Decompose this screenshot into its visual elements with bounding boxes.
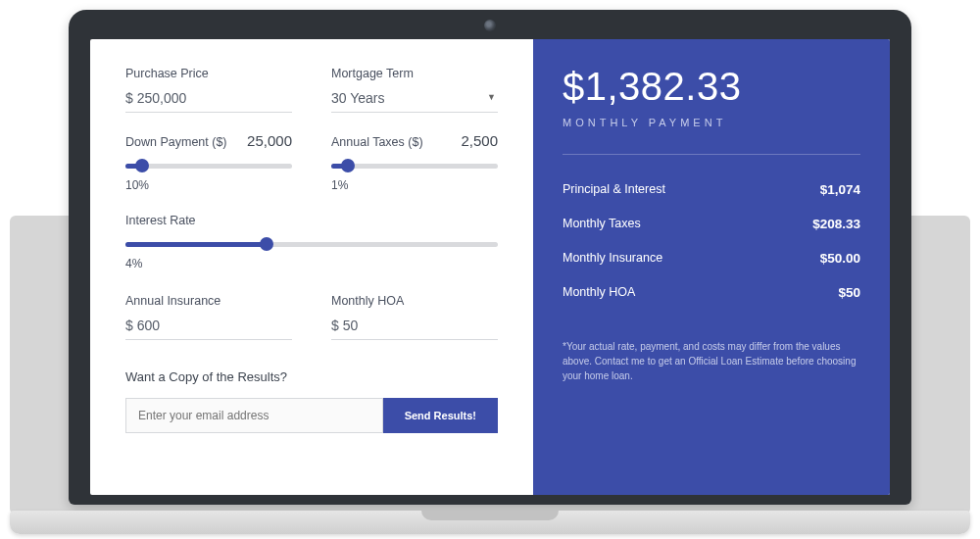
down-payment-group: Down Payment ($) 25,000 10%	[125, 132, 292, 192]
laptop-notch	[421, 511, 559, 520]
annual-taxes-group: Annual Taxes ($) 2,500 1%	[331, 132, 498, 192]
breakdown-label: Principal & Interest	[563, 182, 665, 197]
mortgage-term-label: Mortgage Term	[331, 67, 498, 80]
breakdown-label: Monthly Insurance	[563, 251, 662, 266]
annual-taxes-slider[interactable]	[331, 159, 498, 172]
breakdown-value: $1,074	[820, 182, 860, 197]
breakdown-row-taxes: Monthly Taxes $208.33	[563, 207, 860, 241]
calculator-form: Purchase Price Mortgage Term ▼	[90, 39, 533, 495]
breakdown-row-insurance: Monthly Insurance $50.00	[563, 241, 860, 275]
down-payment-value: 25,000	[247, 132, 292, 149]
annual-taxes-label: Annual Taxes ($)	[331, 135, 423, 149]
laptop-frame: Purchase Price Mortgage Term ▼	[69, 10, 911, 505]
email-results-section: Want a Copy of the Results? Send Results…	[125, 369, 498, 433]
interest-rate-label: Interest Rate	[125, 214, 196, 227]
down-payment-slider[interactable]	[125, 159, 292, 172]
purchase-price-input[interactable]	[125, 86, 292, 113]
breakdown-row-principal: Principal & Interest $1,074	[563, 172, 860, 207]
down-payment-label: Down Payment ($)	[125, 135, 227, 149]
email-results-title: Want a Copy of the Results?	[125, 369, 498, 384]
interest-rate-slider[interactable]	[125, 237, 498, 251]
monthly-hoa-input[interactable]	[331, 314, 498, 340]
purchase-price-field: Purchase Price	[125, 67, 292, 113]
interest-rate-group: Interest Rate 4%	[125, 214, 498, 270]
breakdown-value: $50	[838, 285, 860, 300]
laptop-base	[10, 511, 970, 534]
annual-insurance-input[interactable]	[125, 314, 292, 340]
breakdown-label: Monthly Taxes	[563, 217, 641, 231]
annual-insurance-field: Annual Insurance	[125, 294, 292, 340]
payment-summary: $1,382.33 MONTHLY PAYMENT Principal & In…	[533, 39, 890, 495]
monthly-hoa-field: Monthly HOA	[331, 294, 498, 340]
purchase-price-label: Purchase Price	[125, 67, 292, 80]
annual-taxes-value: 2,500	[461, 132, 498, 149]
email-input[interactable]	[125, 398, 383, 433]
monthly-hoa-label: Monthly HOA	[331, 294, 498, 308]
camera-icon	[484, 20, 496, 31]
annual-insurance-label: Annual Insurance	[125, 294, 292, 308]
breakdown-label: Monthly HOA	[563, 285, 635, 300]
mortgage-term-field: Mortgage Term ▼	[331, 67, 498, 113]
disclaimer-text: *Your actual rate, payment, and costs ma…	[563, 339, 860, 383]
monthly-payment-label: MONTHLY PAYMENT	[563, 117, 860, 128]
send-results-button[interactable]: Send Results!	[383, 398, 498, 433]
interest-rate-percent: 4%	[125, 257, 498, 270]
monthly-payment-amount: $1,382.33	[563, 65, 860, 109]
breakdown-row-hoa: Monthly HOA $50	[563, 275, 860, 310]
divider	[563, 154, 860, 155]
down-payment-percent: 10%	[125, 178, 292, 192]
app-screen: Purchase Price Mortgage Term ▼	[90, 39, 890, 495]
breakdown-value: $50.00	[820, 251, 860, 266]
annual-taxes-percent: 1%	[331, 178, 498, 192]
breakdown-value: $208.33	[812, 217, 860, 231]
mortgage-term-select[interactable]	[331, 86, 498, 113]
